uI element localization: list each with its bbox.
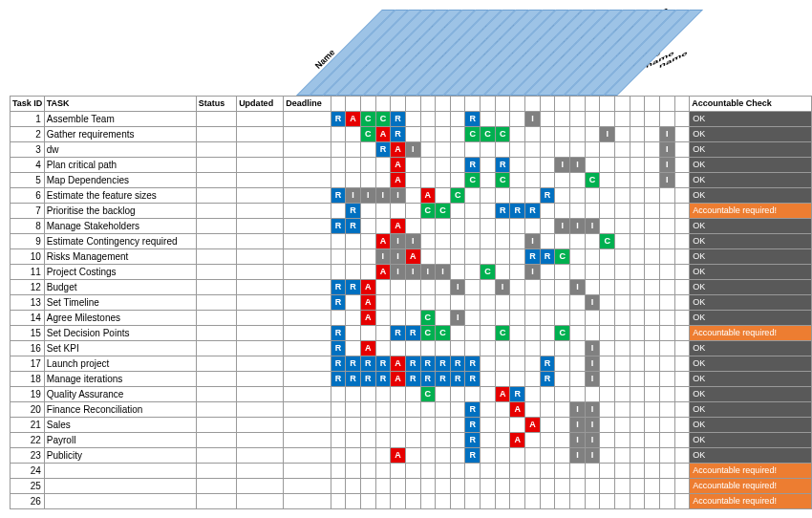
raci-cell[interactable] [436, 279, 451, 294]
task-name[interactable] [44, 463, 196, 478]
raci-cell[interactable] [615, 233, 630, 248]
raci-cell[interactable]: R [346, 218, 361, 233]
raci-cell[interactable] [360, 203, 375, 218]
raci-cell[interactable] [540, 264, 555, 279]
raci-cell[interactable] [360, 172, 375, 187]
raci-cell[interactable] [420, 126, 436, 141]
raci-cell[interactable] [450, 141, 465, 157]
raci-cell[interactable] [436, 340, 451, 356]
raci-cell[interactable]: R [346, 356, 361, 371]
task-updated[interactable] [237, 248, 284, 264]
raci-cell[interactable] [615, 493, 630, 508]
raci-cell[interactable] [420, 417, 436, 432]
raci-cell[interactable] [525, 218, 541, 233]
task-deadline[interactable] [284, 417, 331, 432]
raci-cell[interactable] [420, 294, 436, 310]
raci-cell[interactable] [346, 126, 361, 141]
raci-cell[interactable] [481, 432, 496, 447]
raci-cell[interactable]: R [540, 248, 555, 264]
task-deadline[interactable] [284, 325, 331, 340]
raci-cell[interactable]: I [450, 310, 465, 325]
task-status[interactable] [196, 264, 237, 279]
raci-cell[interactable] [391, 340, 406, 356]
raci-cell[interactable] [645, 264, 660, 279]
raci-cell[interactable]: A [360, 279, 375, 294]
raci-cell[interactable] [540, 310, 555, 325]
raci-cell[interactable] [481, 325, 496, 340]
raci-cell[interactable] [510, 340, 525, 356]
raci-cell[interactable] [436, 172, 451, 187]
raci-cell[interactable] [495, 141, 510, 157]
raci-cell[interactable] [481, 401, 496, 417]
raci-cell[interactable] [525, 310, 541, 325]
raci-cell[interactable] [600, 417, 615, 432]
raci-cell[interactable] [436, 447, 451, 463]
raci-cell[interactable]: I [570, 417, 586, 432]
raci-cell[interactable] [615, 401, 630, 417]
raci-cell[interactable] [645, 371, 660, 386]
raci-cell[interactable] [510, 325, 525, 340]
raci-cell[interactable] [450, 111, 465, 126]
raci-cell[interactable] [450, 493, 465, 508]
raci-cell[interactable] [540, 386, 555, 401]
raci-cell[interactable] [346, 463, 361, 478]
task-id[interactable]: 11 [11, 264, 45, 279]
task-id[interactable]: 5 [11, 172, 45, 187]
raci-cell[interactable] [674, 111, 690, 126]
raci-cell[interactable] [346, 478, 361, 493]
raci-cell[interactable] [540, 493, 555, 508]
raci-cell[interactable] [600, 264, 615, 279]
raci-cell[interactable] [600, 294, 615, 310]
raci-cell[interactable] [510, 463, 525, 478]
raci-cell[interactable]: C [360, 126, 375, 141]
raci-cell[interactable]: I [555, 218, 570, 233]
raci-cell[interactable] [331, 264, 346, 279]
raci-cell[interactable] [481, 340, 496, 356]
raci-cell[interactable] [630, 417, 645, 432]
raci-cell[interactable] [600, 157, 615, 172]
raci-cell[interactable]: R [465, 356, 481, 371]
raci-cell[interactable] [405, 203, 420, 218]
raci-cell[interactable] [540, 141, 555, 157]
raci-cell[interactable] [360, 218, 375, 233]
raci-cell[interactable] [645, 325, 660, 340]
raci-cell[interactable] [346, 493, 361, 508]
task-id[interactable]: 25 [11, 478, 45, 493]
raci-cell[interactable]: A [375, 264, 391, 279]
raci-cell[interactable] [600, 111, 615, 126]
raci-cell[interactable] [495, 233, 510, 248]
raci-cell[interactable] [360, 447, 375, 463]
task-updated[interactable] [237, 401, 284, 417]
raci-cell[interactable]: I [495, 279, 510, 294]
raci-cell[interactable]: I [360, 187, 375, 203]
raci-cell[interactable] [525, 126, 541, 141]
raci-cell[interactable] [510, 447, 525, 463]
raci-cell[interactable] [615, 310, 630, 325]
task-id[interactable]: 15 [11, 325, 45, 340]
raci-cell[interactable] [525, 157, 541, 172]
raci-cell[interactable] [585, 203, 600, 218]
raci-cell[interactable] [600, 310, 615, 325]
raci-cell[interactable] [630, 340, 645, 356]
raci-cell[interactable] [660, 340, 675, 356]
task-updated[interactable] [237, 432, 284, 447]
raci-cell[interactable] [585, 478, 600, 493]
raci-cell[interactable] [331, 233, 346, 248]
raci-cell[interactable] [420, 432, 436, 447]
raci-cell[interactable] [555, 356, 570, 371]
task-name[interactable]: Budget [44, 279, 196, 294]
raci-cell[interactable] [391, 493, 406, 508]
raci-cell[interactable] [660, 233, 675, 248]
raci-cell[interactable] [540, 172, 555, 187]
raci-cell[interactable] [630, 264, 645, 279]
raci-cell[interactable] [540, 157, 555, 172]
raci-cell[interactable] [331, 310, 346, 325]
raci-cell[interactable] [600, 493, 615, 508]
raci-cell[interactable] [346, 386, 361, 401]
raci-cell[interactable]: C [375, 111, 391, 126]
raci-cell[interactable]: C [555, 248, 570, 264]
task-deadline[interactable] [284, 264, 331, 279]
task-id[interactable]: 3 [11, 141, 45, 157]
task-deadline[interactable] [284, 203, 331, 218]
task-updated[interactable] [237, 203, 284, 218]
